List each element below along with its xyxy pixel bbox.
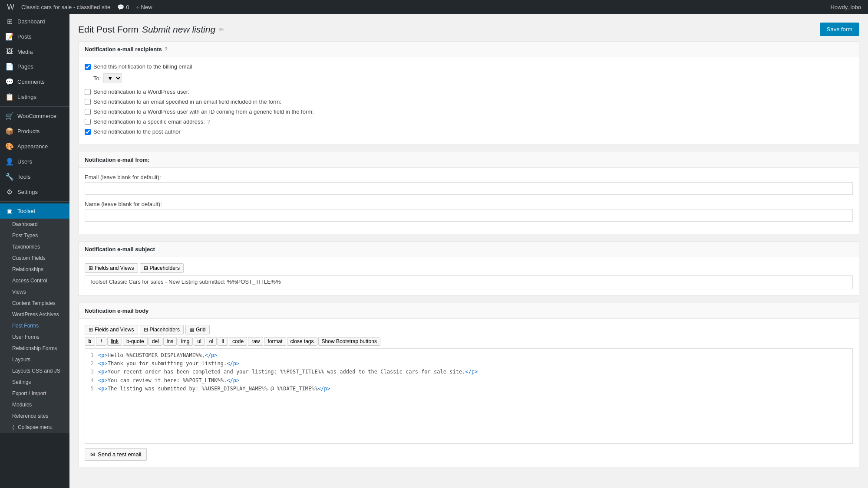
sidebar-item-tools[interactable]: 🔧 Tools [0,169,69,184]
wp-logo-icon[interactable]: W [3,3,18,12]
fmt-format[interactable]: format [264,337,286,346]
body-placeholders-btn[interactable]: ⊟ Placeholders [140,325,184,334]
body-code-editor[interactable]: 1 <p>Hello %%CUSTOMER_DISPLAYNAME%%,</p>… [85,348,853,444]
sidebar-item-media[interactable]: 🖼 Media [0,44,69,59]
sidebar-item-comments[interactable]: 💬 Comments [0,74,69,89]
wp-user-id-checkbox[interactable] [85,109,91,115]
email-from-label: Email (leave blank for default): [85,174,853,180]
billing-email-row: Send this notification to the billing em… [85,63,853,70]
subject-placeholders-btn[interactable]: ⊟ Placeholders [140,263,184,273]
post-author-checkbox[interactable] [85,129,91,135]
body-fields-views-btn[interactable]: ⊞ Fields and Views [85,325,138,334]
placeholders-icon: ⊟ [144,265,148,271]
form-name: Submit new listing [142,24,215,35]
send-test-email-button[interactable]: ✉ Send a test email [85,448,147,461]
sidebar-item-settings[interactable]: ⚙ Settings [0,184,69,200]
submenu-item-collapse[interactable]: ⟨ Collapse menu [0,422,69,433]
wp-user-checkbox[interactable] [85,89,91,95]
sidebar-item-posts[interactable]: 📝 Posts [0,29,69,44]
email-field-checkbox[interactable] [85,99,91,105]
fmt-del[interactable]: del [149,337,162,346]
submenu-item-export-import[interactable]: Export / Import [0,388,69,399]
submenu-item-wordpress-archives[interactable]: WordPress Archives [0,309,69,320]
submenu-item-views[interactable]: Views [0,286,69,298]
submenu-item-layouts[interactable]: Layouts [0,354,69,365]
subject-editor[interactable]: Toolset Classic Cars for sales - New Lis… [85,275,853,289]
subject-section-header: Notification e-mail subject [79,242,859,257]
recipients-help-icon[interactable]: ? [165,46,168,52]
submenu-item-taxonomies[interactable]: Taxonomies [0,241,69,252]
from-section-header: Notification e-mail from: [79,152,859,168]
submenu-item-post-types[interactable]: Post Types [0,230,69,241]
sidebar-item-pages[interactable]: 📄 Pages [0,59,69,74]
recipients-title: Notification e-mail recipients [85,46,162,52]
post-author-row: Send notification to the post author [85,128,853,135]
to-dropdown[interactable]: ▼ [103,73,122,83]
sidebar-item-dashboard[interactable]: ⊞ Dashboard [0,14,69,29]
submenu-item-relationships[interactable]: Relationships [0,264,69,275]
body-fields-icon: ⊞ [89,327,93,333]
name-field-row: Name (leave blank for default): [85,201,853,222]
notification-subject-section: Notification e-mail subject ⊞ Fields and… [78,241,859,296]
submenu-item-post-forms[interactable]: Post Forms [0,320,69,331]
page-header: Edit Post Form Submit new listing ✏ Save… [78,18,859,36]
adminbar-comments-icon[interactable]: 💬 0 [114,4,132,10]
fmt-close-tags[interactable]: close tags [287,337,317,346]
body-toolbar: ⊞ Fields and Views ⊟ Placeholders ▦ Grid [85,325,853,334]
body-grid-btn[interactable]: ▦ Grid [185,325,210,334]
sidebar-item-users[interactable]: 👤 Users [0,154,69,169]
menu-divider-2 [0,201,69,202]
main-content: Edit Post Form Submit new listing ✏ Save… [69,14,868,488]
adminbar-howdy: Howdy, lobo [827,4,865,10]
submenu-item-dashboard[interactable]: Dashboard [0,219,69,230]
fmt-ol[interactable]: ol [206,337,217,346]
submenu-item-reference-sites[interactable]: Reference sites [0,410,69,422]
name-from-input[interactable] [85,209,853,222]
fmt-bquote[interactable]: b-quote [123,337,148,346]
submenu-item-modules[interactable]: Modules [0,399,69,410]
fmt-bold[interactable]: b [85,337,95,346]
sidebar-item-listings[interactable]: 📋 Listings [0,89,69,105]
notification-from-section: Notification e-mail from: Email (leave b… [78,152,859,234]
sidebar-item-appearance[interactable]: 🎨 Appearance [0,139,69,154]
code-line-1: 1 <p>Hello %%CUSTOMER_DISPLAYNAME%%,</p> [88,351,850,360]
to-label: To: [93,75,101,82]
fmt-img[interactable]: img [178,337,193,346]
specific-email-help-icon[interactable]: ? [208,119,211,125]
email-from-input[interactable] [85,182,853,195]
save-form-button[interactable]: Save form [820,23,859,36]
specific-email-checkbox[interactable] [85,119,91,125]
sidebar-item-products[interactable]: 📦 Products [0,124,69,139]
fmt-bootstrap-btns[interactable]: Show Bootstrap buttons [318,337,380,346]
comments-icon: 💬 [5,78,14,86]
billing-email-checkbox[interactable] [85,64,91,70]
email-field-row: Email (leave blank for default): [85,174,853,195]
edit-title-icon[interactable]: ✏ [219,26,224,33]
submenu-item-custom-fields[interactable]: Custom Fields [0,252,69,264]
fmt-raw[interactable]: raw [248,337,263,346]
fmt-code[interactable]: code [229,337,247,346]
body-title: Notification e-mail body [85,308,149,314]
from-section-body: Email (leave blank for default): Name (l… [79,168,859,234]
fmt-italic[interactable]: i [96,337,106,346]
adminbar-site-name[interactable]: Classic cars for sale - classified site [18,4,114,10]
adminbar-new-link[interactable]: + New [132,4,155,10]
appearance-icon: 🎨 [5,142,14,151]
toolset-icon: ◉ [5,207,14,215]
fmt-li[interactable]: li [218,337,228,346]
sidebar-item-woocommerce[interactable]: 🛒 WooCommerce [0,108,69,124]
fmt-link[interactable]: link [107,337,122,346]
submenu-item-layouts-css-js[interactable]: Layouts CSS and JS [0,365,69,377]
toolset-submenu: Dashboard Post Types Taxonomies Custom F… [0,219,69,433]
submenu-item-content-templates[interactable]: Content Templates [0,298,69,309]
fmt-ul[interactable]: ul [194,337,205,346]
submenu-item-access-control[interactable]: Access Control [0,275,69,286]
fmt-ins[interactable]: ins [163,337,177,346]
submenu-item-settings[interactable]: Settings [0,377,69,388]
sidebar-item-toolset[interactable]: ◉ Toolset [0,203,69,219]
page-title: Edit Post Form [78,24,139,35]
admin-sidebar: ⊞ Dashboard 📝 Posts 🖼 Media 📄 Pages 💬 Co… [0,14,69,488]
submenu-item-user-forms[interactable]: User Forms [0,331,69,343]
submenu-item-relationship-forms[interactable]: Relationship Forms [0,343,69,354]
subject-fields-views-btn[interactable]: ⊞ Fields and Views [85,263,138,273]
